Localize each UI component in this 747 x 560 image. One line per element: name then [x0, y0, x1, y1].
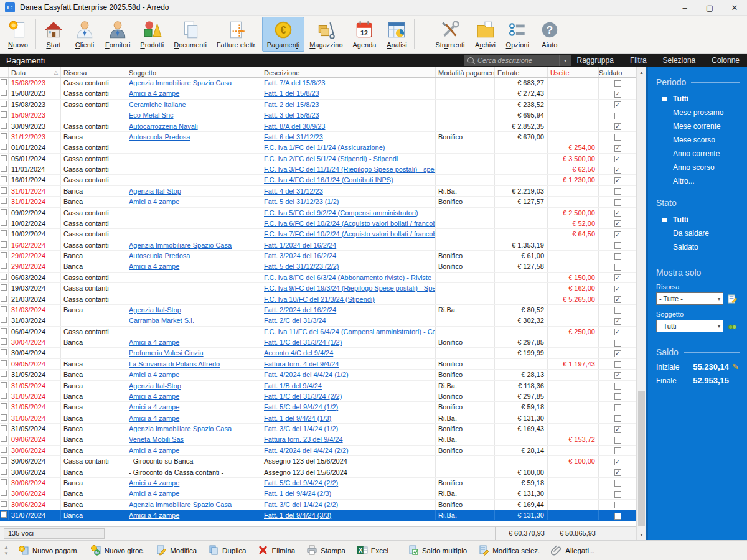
row-select-checkbox[interactable]	[1, 338, 7, 345]
table-row[interactable]: 30/06/2024BancaAmici a 4 zampeFatt. 5/C …	[0, 478, 636, 488]
saldato-checkbox[interactable]	[614, 80, 621, 87]
saldato-checkbox[interactable]	[614, 393, 621, 400]
description-link[interactable]: Fattura forn. 23 del 9/4/24	[264, 436, 343, 443]
saldato-checkbox[interactable]	[614, 469, 621, 476]
subject-link[interactable]: Eco-Metal Snc	[129, 111, 174, 119]
saldato-checkbox[interactable]	[614, 274, 621, 281]
sidebar-item-periodo-mese-scorso[interactable]: Mese scorso	[648, 133, 747, 147]
description-link[interactable]: Fatt. 7/A del 15/8/23	[264, 79, 325, 86]
sidebar-item-stato-saldato[interactable]: Saldato	[648, 240, 747, 254]
saldato-checkbox[interactable]	[614, 437, 621, 444]
column-header-risorsa[interactable]: Risorsa	[61, 67, 126, 77]
row-select-checkbox[interactable]	[1, 155, 7, 161]
subject-link[interactable]: Veneta Mobili Sas	[129, 436, 184, 443]
subject-link[interactable]: Agenzia Ital-Stop	[129, 382, 181, 390]
table-row[interactable]: 21/03/2024Cassa contantiF.C. Iva 10/FC d…	[0, 294, 636, 305]
subjects-icon[interactable]	[727, 321, 738, 332]
table-row[interactable]: 29/02/2024BancaAmici a 4 zampeFatt. 5 de…	[0, 261, 636, 272]
saldato-checkbox[interactable]	[614, 101, 621, 108]
subject-link[interactable]: Ceramiche Italiane	[129, 101, 186, 108]
table-row[interactable]: 06/04/2024Cassa contantiF.C. Iva 11/FC d…	[0, 327, 636, 337]
edit-pencil-icon[interactable]: ✎	[729, 362, 739, 371]
column-header-saldato[interactable]: Saldato	[599, 67, 636, 77]
row-select-checkbox[interactable]	[1, 176, 7, 182]
row-select-checkbox[interactable]	[1, 101, 7, 107]
table-row[interactable]: 15/08/2023Cassa contantiAmici a 4 zampeF…	[0, 88, 636, 99]
saldato-checkbox[interactable]	[614, 372, 621, 379]
description-link[interactable]: Fatt. 1/C del 31/3/24 (2/2)	[264, 393, 342, 400]
row-select-checkbox[interactable]	[1, 382, 7, 388]
description-link[interactable]: Fatt. 1 del 9/4/24 (3/3)	[264, 511, 331, 519]
saldato-checkbox[interactable]	[614, 383, 621, 390]
row-select-checkbox[interactable]	[1, 284, 7, 291]
column-header-uscite[interactable]: Uscite	[548, 67, 599, 77]
subject-link[interactable]: Amici a 4 zampe	[129, 338, 179, 346]
description-link[interactable]: Fatt. 5 del 31/12/23 (2/2)	[264, 263, 339, 270]
table-row[interactable]: 15/09/2023Eco-Metal SncFatt. 3 del 15/8/…	[0, 110, 636, 121]
row-select-checkbox[interactable]	[1, 209, 7, 215]
row-select-checkbox[interactable]	[1, 371, 7, 377]
table-row[interactable]: 10/02/2024Cassa contantiF.C. Iva 6/FC de…	[0, 218, 636, 229]
table-row[interactable]: 05/01/2024Cassa contantiF.C. Iva 2/FC de…	[0, 154, 636, 164]
saldato-checkbox[interactable]	[614, 177, 621, 184]
description-link[interactable]: Fatt. 1/B del 9/4/24	[264, 382, 322, 390]
description-link[interactable]: Fatt. 8/A del 30/9/23	[264, 123, 325, 130]
row-select-checkbox[interactable]	[1, 393, 7, 399]
subject-link[interactable]: Amici a 4 zampe	[129, 414, 179, 422]
saldato-checkbox[interactable]	[614, 264, 621, 271]
edit-list-icon[interactable]	[727, 294, 738, 304]
row-select-checkbox[interactable]	[1, 425, 7, 431]
toolbar-item-pagamenti[interactable]: €Pagamenti	[262, 17, 305, 52]
subject-link[interactable]: Autoscuola Predosa	[129, 133, 190, 141]
table-row[interactable]: 09/02/2024Cassa contantiF.C. Iva 5/FC de…	[0, 208, 636, 218]
modifica-button[interactable]: Modifica	[150, 543, 202, 559]
sidebar-item-periodo-mese-prossimo[interactable]: Mese prossimo	[648, 106, 747, 119]
table-row[interactable]: 16/01/2024Cassa contantiF.C. Iva 4/FC de…	[0, 175, 636, 185]
description-link[interactable]: F.C. Iva 4/FC del 16/1/24 (Contributi IN…	[264, 176, 393, 184]
description-link[interactable]: Fatt. 5 del 31/12/23 (1/2)	[264, 198, 339, 205]
close-button[interactable]: ✕	[722, 0, 747, 16]
saldato-checkbox[interactable]	[614, 123, 621, 130]
toolbar-item-documenti[interactable]: Documenti	[169, 17, 212, 52]
row-select-checkbox[interactable]	[1, 360, 7, 366]
saldato-checkbox[interactable]	[614, 199, 621, 206]
row-select-checkbox[interactable]	[1, 501, 7, 507]
table-row[interactable]: 19/03/2024Cassa contantiF.C. Iva 9/FC de…	[0, 283, 636, 294]
row-select-checkbox[interactable]	[1, 166, 7, 172]
toolbar-item-magazzino[interactable]: Magazzino	[304, 17, 347, 52]
description-link[interactable]: Fatt. 2/C del 31/3/24	[264, 317, 326, 324]
saldato-checkbox[interactable]	[614, 329, 621, 335]
row-select-checkbox[interactable]	[1, 198, 7, 204]
description-link[interactable]: Fatt. 1 del 9/4/24 (1/3)	[264, 414, 331, 422]
table-row[interactable]: 09/06/2024BancaVeneta Mobili SasFattura …	[0, 434, 636, 445]
row-select-checkbox[interactable]	[1, 447, 7, 453]
saldato-checkbox[interactable]	[614, 491, 621, 498]
table-row[interactable]: 31/05/2024BancaAgenzia Ital-StopFatt. 1/…	[0, 381, 636, 391]
toolbar-item-agenda[interactable]: 12Agenda	[348, 17, 382, 52]
search-dropdown-arrow[interactable]: ▾	[559, 55, 571, 66]
table-row[interactable]: 31/12/2023BancaAutoscuola PredosaFatt. 6…	[0, 132, 636, 142]
nuovo-giroc-button[interactable]: Nuovo giroc.	[85, 543, 151, 559]
scroll-up-arrow[interactable]: ▲	[637, 67, 646, 78]
saldato-checkbox[interactable]	[614, 502, 621, 508]
seleziona-button[interactable]: Seleziona	[663, 56, 696, 65]
description-link[interactable]: F.C. Iva 5/FC del 9/2/24 (Compensi ammin…	[264, 209, 418, 217]
row-select-checkbox[interactable]	[1, 79, 7, 85]
duplica-button[interactable]: Duplica	[202, 543, 251, 559]
table-row[interactable]: 30/06/2024BancaAmici a 4 zampeFatt. 1 de…	[0, 488, 636, 499]
vertical-scrollbar[interactable]: ▲ ▼	[636, 67, 646, 540]
toolbar-item-fatture-elettr[interactable]: Fatture elettr.	[212, 17, 262, 52]
saldato-checkbox[interactable]	[614, 513, 621, 520]
sidebar-item-periodo-anno-corrente[interactable]: Anno corrente	[648, 147, 747, 161]
saldato-checkbox[interactable]	[614, 415, 621, 422]
description-link[interactable]: F.C. Iva 9/FC del 19/3/24 (Riepilogo Spe…	[264, 284, 436, 292]
saldato-checkbox[interactable]	[614, 210, 621, 217]
subject-link[interactable]: Amici a 4 zampe	[129, 511, 179, 519]
description-link[interactable]: Fatt. 4/2024 del 4/4/24 (2/2)	[264, 447, 349, 454]
toolbar-item-start[interactable]: Start	[38, 17, 69, 52]
row-select-checkbox[interactable]	[1, 306, 7, 312]
sidebar-item-periodo-altro[interactable]: Altro...	[648, 174, 747, 188]
subject-link[interactable]: Amici a 4 zampe	[129, 263, 179, 270]
saldato-checkbox[interactable]	[614, 404, 621, 411]
subject-link[interactable]: Autoscuola Predosa	[129, 252, 190, 259]
